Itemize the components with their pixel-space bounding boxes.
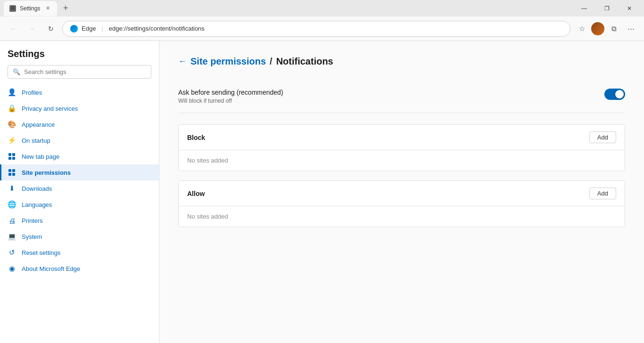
toolbar-right: ☆ ⧉ ⋯ [574, 21, 638, 36]
svg-rect-2 [8, 157, 11, 160]
sidebar-item-appearance[interactable]: 🎨 Appearance [0, 116, 159, 132]
svg-rect-1 [12, 153, 15, 156]
maximize-button[interactable]: ❐ [596, 1, 618, 16]
ask-before-sending-row: Ask before sending (recommended) Will bl… [178, 80, 625, 113]
languages-icon: 🌐 [8, 200, 16, 209]
allow-no-sites: No sites added [179, 206, 625, 227]
search-input[interactable] [24, 68, 146, 75]
search-box[interactable]: 🔍 [8, 65, 151, 79]
downloads-icon: ⬇ [8, 184, 16, 193]
profiles-icon: 👤 [8, 88, 16, 97]
edge-label: Edge [82, 25, 96, 32]
sidebar-item-system[interactable]: 💻 System [0, 229, 159, 245]
appearance-icon: 🎨 [8, 120, 16, 129]
sitepermissions-icon [8, 168, 16, 177]
sidebar-item-sitepermissions[interactable]: Site permissions [0, 164, 159, 180]
sidebar-label-printers: Printers [22, 217, 43, 224]
svg-rect-6 [8, 173, 11, 176]
svg-rect-4 [8, 169, 11, 172]
svg-rect-3 [12, 157, 15, 160]
tab-strip: ⚙ Settings ✕ + [4, 1, 72, 16]
sidebar-item-languages[interactable]: 🌐 Languages [0, 196, 159, 212]
allow-header: Allow Add [179, 181, 625, 206]
ask-before-sending-sublabel: Will block if turned off [178, 98, 283, 104]
sidebar-label-profiles: Profiles [22, 89, 42, 96]
back-button[interactable]: ← [6, 21, 21, 36]
sidebar-label-newtab: New tab page [22, 153, 59, 160]
startup-icon: ⚡ [8, 136, 16, 145]
sidebar: Settings 🔍 👤 Profiles 🔒 Privacy and serv… [0, 41, 159, 343]
url-text: edge://settings/content/notifications [109, 25, 205, 32]
profile-avatar[interactable] [591, 22, 604, 35]
system-icon: 💻 [8, 232, 16, 241]
address-input[interactable]: Edge | edge://settings/content/notificat… [62, 21, 570, 37]
block-no-sites: No sites added [179, 150, 625, 171]
sidebar-title: Settings [0, 49, 159, 65]
svg-rect-0 [8, 153, 11, 156]
tab-title: Settings [20, 5, 40, 12]
address-divider: | [101, 25, 103, 32]
close-button[interactable]: ✕ [619, 1, 640, 16]
tab-close-button[interactable]: ✕ [44, 5, 51, 12]
favorites-button[interactable]: ☆ [574, 21, 589, 36]
forward-button[interactable]: → [25, 21, 40, 36]
address-bar: ← → ↻ Edge | edge://settings/content/not… [0, 16, 644, 41]
about-icon: ◉ [8, 264, 16, 273]
sidebar-item-printers[interactable]: 🖨 Printers [0, 212, 159, 229]
allow-title: Allow [187, 190, 205, 197]
newtab-icon [8, 152, 16, 161]
block-section: Block Add No sites added [178, 124, 625, 171]
new-tab-button[interactable]: + [59, 2, 72, 15]
breadcrumb: ← Site permissions / Notifications [178, 56, 625, 67]
tab-settings-icon: ⚙ [9, 5, 16, 12]
sidebar-label-appearance: Appearance [22, 121, 55, 128]
sidebar-label-sitepermissions: Site permissions [22, 169, 71, 176]
block-add-button[interactable]: Add [589, 131, 616, 143]
svg-rect-7 [12, 173, 15, 176]
block-title: Block [187, 134, 205, 141]
collections-button[interactable]: ⧉ [606, 21, 621, 36]
sidebar-item-startup[interactable]: ⚡ On startup [0, 132, 159, 148]
sidebar-item-about[interactable]: ◉ About Microsoft Edge [0, 261, 159, 277]
sidebar-label-downloads: Downloads [22, 185, 52, 192]
sidebar-label-system: System [22, 233, 42, 240]
sidebar-label-reset: Reset settings [22, 249, 60, 256]
sidebar-item-reset[interactable]: ↺ Reset settings [0, 245, 159, 261]
breadcrumb-current: Notifications [276, 56, 333, 67]
minimize-button[interactable]: — [573, 1, 595, 16]
ask-before-sending-info: Ask before sending (recommended) Will bl… [178, 89, 283, 104]
breadcrumb-separator: / [270, 56, 272, 67]
allow-permission-section: Allow Add No sites added [178, 180, 625, 227]
window-controls: — ❐ ✕ [573, 1, 640, 16]
breadcrumb-link[interactable]: Site permissions [190, 56, 266, 67]
refresh-button[interactable]: ↻ [43, 21, 58, 36]
allow-section: Allow Add No sites added [178, 180, 625, 227]
sidebar-item-privacy[interactable]: 🔒 Privacy and services [0, 100, 159, 116]
title-bar: ⚙ Settings ✕ + — ❐ ✕ [0, 0, 644, 16]
allow-add-button[interactable]: Add [589, 188, 616, 199]
privacy-icon: 🔒 [8, 104, 16, 113]
printers-icon: 🖨 [8, 216, 16, 225]
sidebar-label-startup: On startup [22, 137, 50, 144]
sidebar-item-profiles[interactable]: 👤 Profiles [0, 84, 159, 100]
svg-rect-5 [12, 169, 15, 172]
search-icon: 🔍 [13, 68, 20, 75]
block-permission-section: Block Add No sites added [178, 124, 625, 171]
ask-before-sending-toggle[interactable] [604, 89, 625, 100]
reset-icon: ↺ [8, 248, 16, 257]
settings-tab[interactable]: ⚙ Settings ✕ [4, 1, 57, 16]
back-breadcrumb-button[interactable]: ← [178, 57, 187, 66]
block-header: Block Add [179, 125, 625, 150]
edge-logo-icon [70, 25, 78, 33]
sidebar-label-about: About Microsoft Edge [22, 265, 80, 272]
sidebar-item-downloads[interactable]: ⬇ Downloads [0, 180, 159, 196]
content-area: ← Site permissions / Notifications Ask b… [159, 41, 644, 343]
toggle-knob [615, 90, 624, 98]
ask-before-sending-label: Ask before sending (recommended) [178, 89, 283, 96]
sidebar-label-languages: Languages [22, 201, 52, 208]
sidebar-item-newtab[interactable]: New tab page [0, 148, 159, 164]
sidebar-label-privacy: Privacy and services [22, 105, 78, 112]
settings-more-button[interactable]: ⋯ [623, 21, 638, 36]
main-layout: Settings 🔍 👤 Profiles 🔒 Privacy and serv… [0, 41, 644, 343]
